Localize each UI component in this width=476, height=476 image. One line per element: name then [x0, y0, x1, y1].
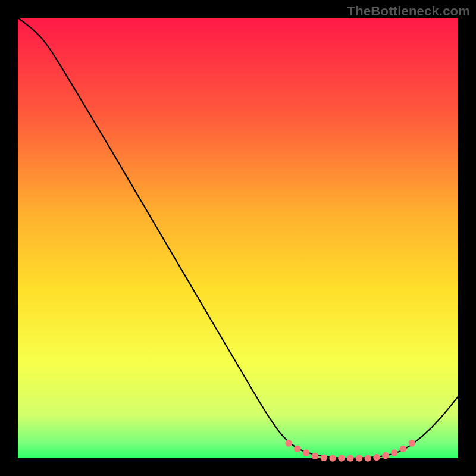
- watermark-text: TheBottleneck.com: [347, 4, 470, 19]
- curve-marker: [321, 454, 328, 461]
- curve-marker: [347, 455, 354, 462]
- curve-marker: [285, 440, 292, 447]
- curve-marker: [294, 446, 301, 453]
- curve-marker: [409, 440, 416, 447]
- curve-marker: [382, 452, 389, 459]
- curve-marker: [303, 449, 310, 456]
- curve-marker: [391, 449, 398, 456]
- curve-marker: [356, 455, 363, 462]
- curve-marker: [373, 454, 380, 461]
- curve-marker: [312, 453, 319, 460]
- curve-marker: [329, 455, 336, 462]
- curve-marker: [365, 455, 372, 462]
- curve-marker: [400, 446, 407, 453]
- chart-stage: TheBottleneck.com: [0, 0, 476, 476]
- plot-background: [18, 18, 458, 458]
- curve-marker: [338, 455, 345, 462]
- chart-svg: [0, 0, 476, 476]
